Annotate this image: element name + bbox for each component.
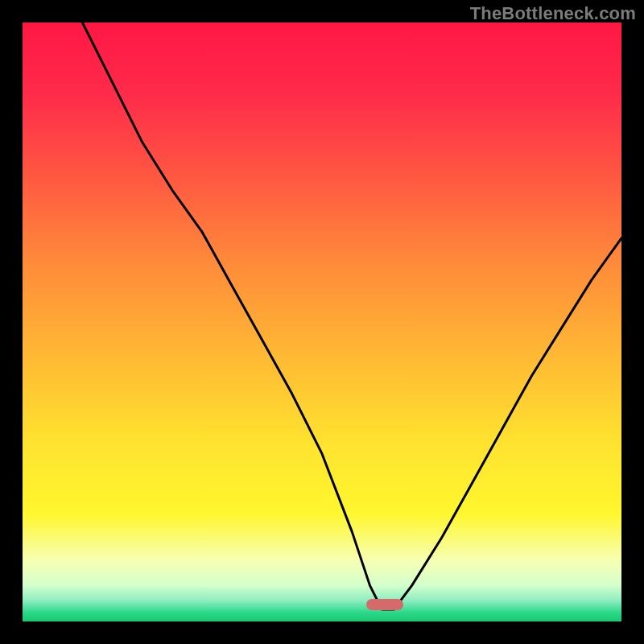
svg-rect-0 xyxy=(23,23,621,621)
watermark-text: TheBottleneck.com xyxy=(470,3,636,24)
plot-area xyxy=(23,23,621,621)
chart-frame: TheBottleneck.com xyxy=(0,0,644,644)
background-gradient xyxy=(23,23,621,621)
